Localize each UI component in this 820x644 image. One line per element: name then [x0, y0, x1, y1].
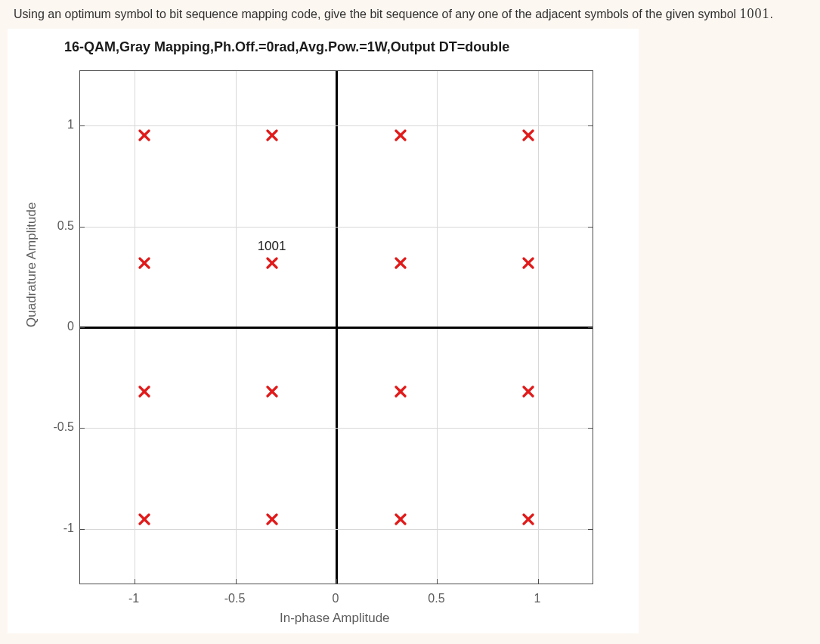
tick-mark: [79, 227, 85, 228]
x-axis-label: In-phase Amplitude: [280, 611, 390, 626]
svg-line-11: [268, 259, 277, 268]
svg-line-22: [524, 387, 533, 396]
gridline-h: [80, 529, 593, 530]
y-tick-label: 1: [51, 118, 74, 132]
svg-line-16: [140, 387, 149, 396]
question-before: Using an optimum symbol to bit sequence …: [14, 8, 740, 20]
tick-mark: [538, 579, 539, 584]
svg-line-15: [524, 259, 533, 268]
svg-line-29: [396, 515, 405, 524]
svg-line-4: [396, 131, 405, 140]
constellation-point: [395, 129, 407, 141]
point-label: 1001: [258, 239, 286, 254]
svg-line-3: [268, 131, 277, 140]
tick-mark: [79, 327, 85, 328]
tick-mark: [437, 579, 438, 584]
constellation-point: [395, 513, 407, 525]
chart-title: 16-QAM,Gray Mapping,Ph.Off.=0rad,Avg.Pow…: [64, 39, 509, 55]
constellation-point: [266, 129, 278, 141]
svg-line-6: [524, 131, 533, 140]
svg-line-26: [268, 515, 277, 524]
svg-line-12: [396, 259, 405, 268]
constellation-point: [266, 385, 278, 398]
svg-line-30: [524, 515, 533, 524]
svg-line-20: [396, 387, 405, 396]
svg-line-28: [396, 515, 405, 524]
svg-line-19: [268, 387, 277, 396]
svg-line-23: [524, 387, 533, 396]
gridline-h: [80, 227, 593, 228]
svg-line-1: [140, 131, 149, 140]
x-tick-label: 0.5: [428, 592, 444, 605]
svg-line-2: [268, 131, 277, 140]
x-tick-label: 1: [534, 592, 540, 605]
y-tick-label: 0: [51, 320, 74, 333]
svg-line-17: [140, 387, 149, 396]
svg-line-18: [268, 387, 277, 396]
svg-line-8: [140, 259, 149, 268]
constellation-point: [138, 385, 150, 398]
constellation-point: [522, 129, 534, 141]
svg-line-24: [140, 515, 149, 524]
y-axis-label: Quadrature Amplitude: [24, 203, 39, 327]
tick-mark: [588, 125, 593, 126]
tick-mark: [588, 227, 593, 228]
x-axis-line: [80, 327, 593, 329]
constellation-point: [395, 257, 407, 269]
y-tick-label: -0.5: [51, 420, 74, 434]
constellation-point: [138, 513, 150, 525]
tick-mark: [236, 579, 237, 584]
svg-line-0: [140, 131, 149, 140]
svg-line-14: [524, 259, 533, 268]
page: Using an optimum symbol to bit sequence …: [0, 0, 820, 644]
y-tick-label: -1: [51, 522, 74, 535]
svg-line-10: [268, 259, 277, 268]
tick-mark: [588, 529, 593, 530]
constellation-point: [138, 129, 150, 141]
constellation-point: [522, 513, 534, 525]
chart-panel: 16-QAM,Gray Mapping,Ph.Off.=0rad,Avg.Pow…: [8, 29, 639, 633]
tick-mark: [588, 428, 593, 429]
svg-line-5: [396, 131, 405, 140]
svg-line-9: [140, 259, 149, 268]
x-tick-label: -1: [128, 592, 139, 605]
constellation-point: [138, 257, 150, 269]
constellation-point: [522, 385, 534, 398]
svg-line-21: [396, 387, 405, 396]
question-text: Using an optimum symbol to bit sequence …: [14, 6, 806, 22]
plot-area: 1001: [79, 70, 593, 584]
svg-line-7: [524, 131, 533, 140]
y-tick-label: 0.5: [51, 219, 74, 233]
x-tick-label: 0: [333, 592, 339, 605]
tick-mark: [79, 428, 85, 429]
constellation-point: [266, 257, 278, 269]
constellation-point: [395, 385, 407, 398]
tick-mark: [336, 579, 337, 584]
constellation-point: [522, 257, 534, 269]
tick-mark: [79, 125, 85, 126]
question-symbol: 1001: [740, 6, 770, 21]
svg-line-27: [268, 515, 277, 524]
tick-mark: [79, 529, 85, 530]
svg-line-31: [524, 515, 533, 524]
x-tick-label: -0.5: [224, 592, 246, 605]
svg-line-13: [396, 259, 405, 268]
gridline-h: [80, 125, 593, 126]
tick-mark: [588, 327, 593, 328]
constellation-point: [266, 513, 278, 525]
gridline-h: [80, 428, 593, 429]
svg-line-25: [140, 515, 149, 524]
question-after: .: [770, 8, 773, 20]
tick-mark: [135, 579, 135, 584]
